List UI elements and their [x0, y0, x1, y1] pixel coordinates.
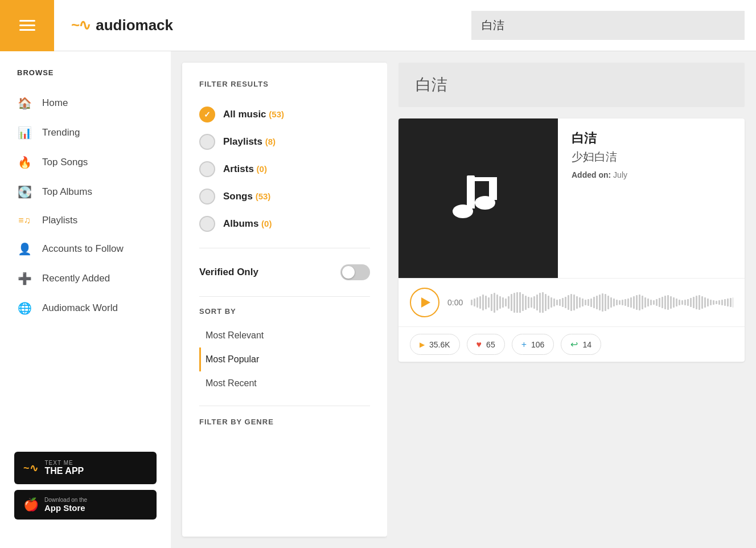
- filter-option-text: Playlists (8): [223, 136, 276, 148]
- search-input[interactable]: [471, 11, 745, 40]
- sidebar-item-audiomack-world[interactable]: 🌐 Audiomack World: [0, 293, 171, 323]
- header: ~∿ audiomack: [0, 0, 756, 51]
- main-layout: BROWSE 🏠 Home 📊 Trending 🔥 Top Songs 💽 T…: [0, 51, 756, 548]
- filter-option-songs[interactable]: Songs (53): [199, 183, 370, 210]
- sort-by-title: SORT BY: [199, 307, 370, 316]
- svg-point-5: [475, 196, 495, 210]
- stats-row: ▶ 35.6K ♥ 65 + 106 ↩ 14: [398, 326, 745, 362]
- player-bar: 0:00: [398, 278, 745, 326]
- sidebar-item-playlists[interactable]: ≡♫ Playlists: [0, 207, 171, 234]
- add-value: 106: [531, 340, 544, 349]
- filter-option-all-music[interactable]: All music (53): [199, 101, 370, 128]
- result-title: 白洁: [572, 130, 731, 147]
- time-display: 0:00: [447, 298, 463, 307]
- sidebar-item-home[interactable]: 🏠 Home: [0, 88, 171, 118]
- sidebar-item-label: Top Songs: [42, 157, 88, 168]
- likes-value: 65: [486, 340, 495, 349]
- reposts-stat[interactable]: ↩ 14: [561, 334, 601, 355]
- appstore-line2: App Store: [44, 503, 87, 513]
- sidebar: BROWSE 🏠 Home 📊 Trending 🔥 Top Songs 💽 T…: [0, 51, 171, 548]
- filter-radio-albums: [199, 216, 215, 232]
- result-card: 白洁 少妇白洁 Added on: July 0:00: [398, 118, 745, 362]
- likes-stat[interactable]: ♥ 65: [467, 334, 505, 355]
- sidebar-item-top-songs[interactable]: 🔥 Top Songs: [0, 148, 171, 177]
- sidebar-item-label: Top Albums: [42, 186, 92, 198]
- music-note-icon: [447, 167, 510, 230]
- text-app-button[interactable]: ~∿ TEXT ME THE APP: [14, 452, 157, 484]
- filter-option-albums[interactable]: Albums (0): [199, 210, 370, 238]
- sidebar-item-label: Home: [42, 97, 68, 109]
- person-icon: 👤: [17, 242, 32, 256]
- filter-option-artists[interactable]: Artists (0): [199, 156, 370, 183]
- result-thumbnail: [398, 118, 558, 278]
- filter-by-genre-title: FILTER BY GENRE: [199, 418, 370, 426]
- result-info: 白洁 少妇白洁 Added on: July: [558, 118, 745, 278]
- result-subtitle: 少妇白洁: [572, 149, 731, 165]
- sidebar-item-top-albums[interactable]: 💽 Top Albums: [0, 177, 171, 207]
- plus-square-icon: ➕: [17, 272, 32, 285]
- filter-radio-playlists: [199, 134, 215, 150]
- filter-results-title: FILTER RESULTS: [199, 80, 370, 88]
- sidebar-item-label: Audiomack World: [42, 302, 118, 314]
- verified-only-label: Verified Only: [199, 267, 258, 278]
- sidebar-item-label: Playlists: [42, 215, 77, 226]
- fire-icon: 🔥: [17, 156, 32, 169]
- filter-radio-songs: [199, 189, 215, 205]
- sort-most-recent[interactable]: Most Recent: [199, 371, 370, 395]
- filter-option-count: (0): [261, 219, 272, 228]
- filter-option-count: (53): [269, 109, 284, 119]
- svg-rect-3: [467, 177, 475, 208]
- filter-radio-all-music: [199, 107, 215, 122]
- logo-area: ~∿ audiomack: [54, 17, 190, 34]
- play-triangle-icon: [421, 297, 430, 308]
- filter-option-text: All music (53): [223, 109, 284, 120]
- sidebar-footer: ~∿ TEXT ME THE APP 🍎 Download on the App…: [0, 440, 171, 531]
- home-icon: 🏠: [17, 96, 32, 110]
- filter-option-count: (0): [257, 164, 267, 174]
- filter-radio-artists: [199, 161, 215, 177]
- result-card-top: 白洁 少妇白洁 Added on: July: [398, 118, 745, 278]
- heart-icon: ♥: [476, 340, 482, 350]
- trending-icon: 📊: [17, 126, 32, 140]
- svg-rect-2: [489, 177, 497, 200]
- verified-only-toggle[interactable]: [340, 264, 370, 280]
- content-area: FILTER RESULTS All music (53) Playlists …: [171, 51, 756, 548]
- repost-icon: ↩: [570, 339, 578, 350]
- plays-value: 35.6K: [429, 340, 450, 349]
- search-heading-box: 白洁: [398, 63, 745, 107]
- svg-point-4: [453, 205, 473, 218]
- logo-wave-icon: ~∿: [71, 17, 90, 34]
- reposts-value: 14: [582, 340, 591, 349]
- playlist-icon: ≡♫: [17, 215, 32, 226]
- sidebar-item-trending[interactable]: 📊 Trending: [0, 118, 171, 148]
- play-stat-icon: ▶: [420, 341, 425, 349]
- apple-icon: 🍎: [23, 497, 39, 512]
- verified-only-row: Verified Only: [199, 259, 370, 286]
- filter-option-text: Albums (0): [223, 218, 272, 230]
- menu-button[interactable]: [0, 0, 54, 51]
- filter-divider: [199, 248, 370, 248]
- filter-option-text: Artists (0): [223, 163, 267, 175]
- hamburger-icon: [19, 20, 35, 31]
- appstore-button[interactable]: 🍎 Download on the App Store: [14, 490, 157, 520]
- sidebar-item-label: Accounts to Follow: [42, 243, 124, 255]
- filter-option-playlists[interactable]: Playlists (8): [199, 128, 370, 156]
- sidebar-item-label: Recently Added: [42, 273, 110, 284]
- sort-most-relevant[interactable]: Most Relevant: [199, 324, 370, 347]
- wave-icon: ~∿: [23, 462, 38, 475]
- logo-text: audiomack: [96, 17, 173, 34]
- play-button[interactable]: [410, 288, 439, 317]
- filter-divider-3: [199, 406, 370, 406]
- sidebar-item-accounts-to-follow[interactable]: 👤 Accounts to Follow: [0, 234, 171, 264]
- sidebar-item-recently-added[interactable]: ➕ Recently Added: [0, 264, 171, 293]
- globe-icon: 🌐: [17, 301, 32, 315]
- search-area: [471, 11, 745, 40]
- add-stat[interactable]: + 106: [512, 334, 554, 355]
- sidebar-item-label: Trending: [42, 127, 80, 138]
- results-panel: 白洁: [387, 51, 756, 548]
- text-app-line2: THE APP: [45, 466, 84, 476]
- sort-most-popular[interactable]: Most Popular: [199, 347, 370, 371]
- appstore-line1: Download on the: [44, 497, 87, 503]
- filter-option-count: (8): [265, 137, 276, 146]
- plays-stat[interactable]: ▶ 35.6K: [410, 334, 460, 355]
